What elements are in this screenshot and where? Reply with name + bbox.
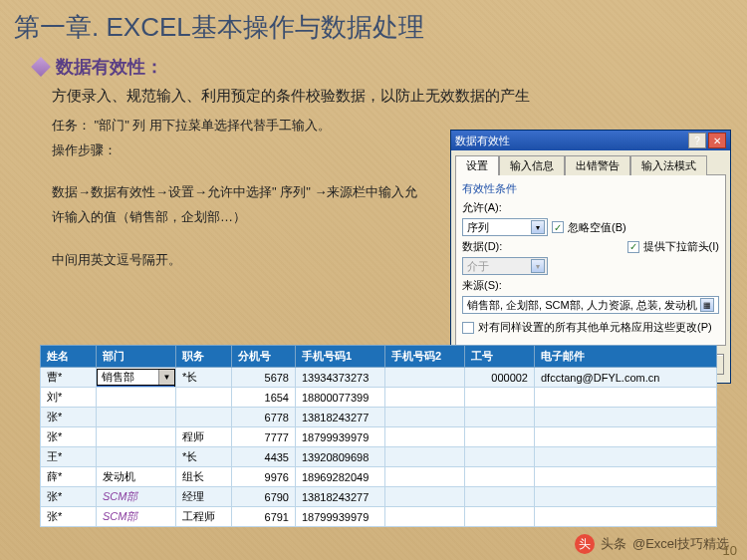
cell-name[interactable]: 王* xyxy=(41,447,97,467)
cell-name[interactable]: 张* xyxy=(41,507,97,527)
allow-select[interactable]: 序列 ▾ xyxy=(462,218,548,236)
dept-input-value: 销售部 xyxy=(98,370,158,385)
table-row[interactable]: 张*SCM部经理679013818243277 xyxy=(41,487,717,507)
cell-email[interactable] xyxy=(535,467,717,487)
cell-dept[interactable]: 发动机 xyxy=(97,467,176,487)
ignore-blank-label: 忽略空值(B) xyxy=(568,220,626,235)
tab-error-alert[interactable]: 出错警告 xyxy=(565,155,630,175)
cell-ext[interactable]: 6778 xyxy=(232,408,296,427)
cell-ext[interactable]: 6790 xyxy=(232,487,296,507)
cell-empid[interactable] xyxy=(465,487,535,507)
apply-changes-checkbox[interactable]: ✓ xyxy=(462,322,474,334)
body-para-1: 数据→数据有效性→设置→允许中选择" 序列" →来源栏中输入允许输入的值（销售部… xyxy=(52,180,430,229)
cell-phone2[interactable] xyxy=(385,388,465,408)
source-input[interactable]: 销售部, 企划部, SCM部, 人力资源, 总装, 发动机 ▦ xyxy=(462,296,719,314)
cell-job[interactable]: 程师 xyxy=(176,427,232,447)
table-row[interactable]: 刘*165418800077399 xyxy=(41,388,717,408)
provide-dropdown-label: 提供下拉箭头(I) xyxy=(643,239,719,254)
cell-email[interactable] xyxy=(535,388,717,408)
tab-settings[interactable]: 设置 xyxy=(455,155,499,175)
dropdown-button[interactable]: ▼ xyxy=(158,370,174,385)
cell-job[interactable]: *长 xyxy=(176,447,232,467)
cell-name[interactable]: 张* xyxy=(41,427,97,447)
cell-ext[interactable]: 1654 xyxy=(232,388,296,408)
cell-phone2[interactable] xyxy=(385,368,465,388)
cell-email[interactable] xyxy=(535,447,717,467)
th-name: 姓名 xyxy=(41,346,97,368)
dept-dropdown[interactable]: 销售部企划部SCM部人力资源总装发动机 xyxy=(97,385,176,388)
cell-dept[interactable] xyxy=(97,408,176,427)
cell-ext[interactable]: 7777 xyxy=(232,427,296,447)
cell-ext[interactable]: 6791 xyxy=(232,507,296,527)
table-row[interactable]: 张*程师777718799939979 xyxy=(41,427,717,447)
cell-phone1[interactable]: 18969282049 xyxy=(296,467,385,487)
cell-phone2[interactable] xyxy=(385,467,465,487)
dialog-titlebar[interactable]: 数据有效性 ? ✕ xyxy=(451,131,730,150)
cell-phone2[interactable] xyxy=(385,447,465,467)
cell-email[interactable] xyxy=(535,427,717,447)
chevron-down-icon[interactable]: ▾ xyxy=(531,220,545,234)
cell-dept[interactable] xyxy=(97,427,176,447)
cell-dept[interactable]: SCM部 xyxy=(97,507,176,527)
cell-dept[interactable]: SCM部 xyxy=(97,487,176,507)
tab-input-message[interactable]: 输入信息 xyxy=(499,155,565,175)
subtitle: 数据有效性： xyxy=(56,55,163,79)
cell-phone2[interactable] xyxy=(385,507,465,527)
cell-name[interactable]: 张* xyxy=(41,408,97,427)
cell-email[interactable] xyxy=(535,507,717,527)
cell-phone2[interactable] xyxy=(385,427,465,447)
cell-job[interactable] xyxy=(176,388,232,408)
cell-phone1[interactable]: 13818243277 xyxy=(296,487,385,507)
cell-phone1[interactable]: 13818243277 xyxy=(296,408,385,427)
cell-empid[interactable]: 000002 xyxy=(465,368,535,388)
cell-phone1[interactable]: 13920809698 xyxy=(296,447,385,467)
cell-ext[interactable]: 5678 xyxy=(232,368,296,388)
cell-phone1[interactable]: 18799939979 xyxy=(296,507,385,527)
table-row[interactable]: 薛*发动机组长997618969282049 xyxy=(41,467,717,487)
cell-empid[interactable] xyxy=(465,427,535,447)
cell-empid[interactable] xyxy=(465,388,535,408)
cell-name[interactable]: 曹* xyxy=(41,368,97,388)
cell-ext[interactable]: 9976 xyxy=(232,467,296,487)
provide-dropdown-checkbox[interactable]: ✓ xyxy=(627,241,639,253)
dept-input[interactable]: 销售部▼ xyxy=(97,369,175,386)
dropdown-option[interactable]: 销售部 xyxy=(97,386,174,388)
cell-email[interactable]: dfcctang@DFYL.com.cn xyxy=(535,368,717,388)
cell-job[interactable]: 经理 xyxy=(176,487,232,507)
cell-empid[interactable] xyxy=(465,467,535,487)
dialog-close-button[interactable]: ✕ xyxy=(708,133,726,148)
cell-email[interactable] xyxy=(535,408,717,427)
cell-job[interactable] xyxy=(176,408,232,427)
cell-email[interactable] xyxy=(535,487,717,507)
cell-empid[interactable] xyxy=(465,447,535,467)
th-ext: 分机号 xyxy=(232,346,296,368)
cell-job[interactable]: *长 xyxy=(176,368,232,388)
cell-job[interactable]: 组长 xyxy=(176,467,232,487)
cell-empid[interactable] xyxy=(465,507,535,527)
footer-prefix: 头条 xyxy=(601,535,626,553)
dialog-tabs: 设置 输入信息 出错警告 输入法模式 xyxy=(451,150,730,174)
cell-name[interactable]: 刘* xyxy=(41,388,97,408)
table-row[interactable]: 张*677813818243277 xyxy=(41,408,717,427)
cell-ext[interactable]: 4435 xyxy=(232,447,296,467)
cell-name[interactable]: 张* xyxy=(41,487,97,507)
cell-phone1[interactable]: 18799939979 xyxy=(296,427,385,447)
cell-phone1[interactable]: 18800077399 xyxy=(296,388,385,408)
cell-phone2[interactable] xyxy=(385,487,465,507)
table-row[interactable]: 王**长443513920809698 xyxy=(41,447,717,467)
cell-dept[interactable]: 销售部▼销售部企划部SCM部人力资源总装发动机 xyxy=(97,368,176,388)
cell-dept[interactable] xyxy=(97,388,176,408)
table-row[interactable]: 张*SCM部工程师679118799939979 xyxy=(41,507,717,527)
footer-source: @Excel技巧精选 xyxy=(632,535,729,553)
cell-name[interactable]: 薛* xyxy=(41,467,97,487)
cell-job[interactable]: 工程师 xyxy=(176,507,232,527)
tab-ime-mode[interactable]: 输入法模式 xyxy=(630,155,707,175)
range-picker-icon[interactable]: ▦ xyxy=(700,298,714,312)
ignore-blank-checkbox[interactable]: ✓ xyxy=(552,221,564,233)
cell-phone1[interactable]: 13934373273 xyxy=(296,368,385,388)
dialog-help-button[interactable]: ? xyxy=(688,133,706,148)
cell-empid[interactable] xyxy=(465,408,535,427)
cell-dept[interactable] xyxy=(97,447,176,467)
table-row[interactable]: 曹*销售部▼销售部企划部SCM部人力资源总装发动机*长5678139343732… xyxy=(41,368,717,388)
cell-phone2[interactable] xyxy=(385,408,465,427)
